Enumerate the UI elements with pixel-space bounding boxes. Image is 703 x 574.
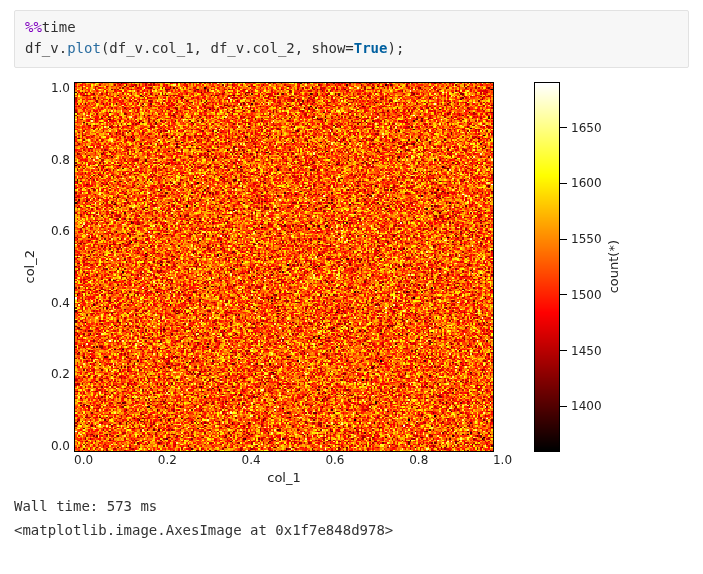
colorbar-tick: 1600 <box>560 176 602 190</box>
code-args-open: (df_v.col_1, df_v.col_2, <box>101 40 312 56</box>
cell-output: Wall time: 573 ms <matplotlib.image.Axes… <box>14 495 689 543</box>
colorbar-tick: 1400 <box>560 399 602 413</box>
y-axis-label: col_2 <box>22 250 37 283</box>
tick-mark <box>560 127 567 128</box>
x-tick: 0.4 <box>242 454 243 466</box>
colorbar-label-container: count(*) <box>606 82 626 452</box>
colorbar-tick: 1450 <box>560 344 602 358</box>
timing-output: Wall time: 573 ms <box>14 498 157 514</box>
heatmap-canvas <box>75 83 493 451</box>
colorbar-tick-label: 1600 <box>571 176 602 190</box>
colorbar-tick-label: 1500 <box>571 288 602 302</box>
x-tick: 0.6 <box>325 454 326 466</box>
y-axis-label-container: col_2 <box>22 82 40 452</box>
tick-mark <box>560 350 567 351</box>
x-tick: 0.0 <box>74 454 75 466</box>
figure: col_2 1.0 0.8 0.6 0.4 0.2 0.0 1400145015… <box>22 82 689 485</box>
colorbar <box>534 82 560 452</box>
y-tick: 0.2 <box>40 368 70 380</box>
y-tick: 0.8 <box>40 154 70 166</box>
x-tick: 0.8 <box>409 454 410 466</box>
colorbar-block: 140014501500155016001650 count(*) <box>534 82 626 452</box>
colorbar-tick-label: 1650 <box>571 121 602 135</box>
colorbar-tick-label: 1450 <box>571 344 602 358</box>
colorbar-tick: 1550 <box>560 232 602 246</box>
code-kwarg-key: show= <box>312 40 354 56</box>
colorbar-ticks: 140014501500155016001650 <box>560 82 606 452</box>
code-cell[interactable]: %%time df_v.plot(df_v.col_1, df_v.col_2,… <box>14 10 689 68</box>
repr-output: <matplotlib.image.AxesImage at 0x1f7e848… <box>14 522 393 538</box>
y-tick: 0.4 <box>40 297 70 309</box>
code-close: ); <box>387 40 404 56</box>
magic-name: time <box>42 19 76 35</box>
x-axis-ticks: 0.0 0.2 0.4 0.6 0.8 1.0 <box>74 452 494 466</box>
y-tick: 1.0 <box>40 82 70 94</box>
y-tick: 0.6 <box>40 225 70 237</box>
x-tick: 0.2 <box>158 454 159 466</box>
code-kwarg-val: True <box>354 40 388 56</box>
tick-mark <box>560 406 567 407</box>
colorbar-tick: 1650 <box>560 121 602 135</box>
magic-percent: %% <box>25 19 42 35</box>
x-axis-label: col_1 <box>74 470 494 485</box>
colorbar-tick: 1500 <box>560 288 602 302</box>
colorbar-label: count(*) <box>606 240 621 293</box>
colorbar-tick-label: 1550 <box>571 232 602 246</box>
tick-mark <box>560 294 567 295</box>
tick-mark <box>560 239 567 240</box>
x-tick: 1.0 <box>493 454 494 466</box>
colorbar-canvas <box>535 83 559 451</box>
y-tick: 0.0 <box>40 440 70 452</box>
tick-mark <box>560 183 567 184</box>
code-call: plot <box>67 40 101 56</box>
colorbar-tick-label: 1400 <box>571 399 602 413</box>
heatmap-axes <box>74 82 494 452</box>
y-axis-ticks: 1.0 0.8 0.6 0.4 0.2 0.0 <box>40 82 74 452</box>
code-obj: df_v. <box>25 40 67 56</box>
